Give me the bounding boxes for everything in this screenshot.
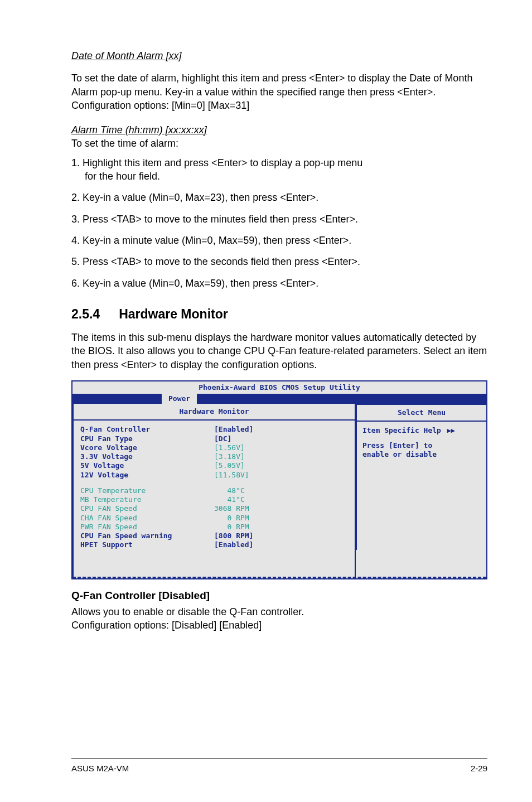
bios-setting-row[interactable]: HPET Support[Enabled] (80, 540, 348, 549)
bios-setting-label: MB Temperature (80, 495, 214, 504)
bios-menu-bar: Power (72, 394, 486, 404)
bios-setting-value: [1.56V] (214, 443, 348, 452)
alarm-time-heading: Alarm Time (hh:mm) [xx:xx:xx] (71, 124, 207, 136)
bios-setting-label: 3.3V Voltage (80, 452, 214, 461)
section-number: 2.5.4 (71, 306, 100, 323)
bios-setting-label: Vcore Voltage (80, 443, 214, 452)
bios-title: Phoenix-Award BIOS CMOS Setup Utility (72, 381, 486, 394)
bios-setting-value: [11.58V] (214, 471, 348, 480)
qfan-paragraph-1: Allows you to enable or disable the Q-Fa… (71, 605, 487, 619)
bios-setting-row[interactable]: Vcore Voltage[1.56V] (80, 443, 348, 452)
bios-setting-label: CPU Fan Speed warning (80, 532, 214, 540)
bios-setting-row[interactable]: PWR FAN Speed 0 RPM (80, 523, 348, 532)
bios-setting-value: [Enabled] (214, 425, 348, 434)
alarm-step-5: 5. Press <TAB> to move to the seconds fi… (71, 255, 487, 268)
bios-setting-label: CPU Temperature (80, 486, 214, 495)
bios-footer-divider (72, 577, 486, 578)
bios-help-line-3: enable or disable (362, 450, 481, 459)
alarm-step-1: 1. Highlight this item and press <Enter>… (71, 156, 487, 183)
bios-setting-value: 41°C (214, 495, 348, 504)
bios-setting-row[interactable]: CPU Fan Speed warning[800 RPM] (80, 532, 348, 540)
qfan-paragraph-2: Configuration options: [Disabled] [Enabl… (71, 619, 487, 632)
bios-setting-row[interactable]: CPU Temperature 48°C (80, 486, 348, 495)
alarm-step-3: 3. Press <TAB> to move to the minutes fi… (71, 212, 487, 226)
alarm-step-2: 2. Key-in a value (Min=0, Max=23), then … (71, 191, 487, 204)
bios-setting-label: HPET Support (80, 540, 214, 549)
bios-setting-value: [3.18V] (214, 452, 348, 461)
bios-setting-row[interactable]: CPU FAN Speed3068 RPM (80, 504, 348, 513)
bios-setting-row[interactable]: 12V Voltage[11.58V] (80, 471, 348, 480)
right-arrow-icon: ▸▸ (446, 426, 456, 434)
bios-setting-label: CHA FAN Speed (80, 514, 214, 523)
bios-setting-label: PWR FAN Speed (80, 523, 214, 532)
bios-setting-row[interactable]: 5V Voltage[5.05V] (80, 461, 348, 470)
alarm-time-intro: To set the time of alarm: (71, 137, 487, 150)
bios-setting-label: Q-Fan Controller (80, 425, 214, 434)
bios-setting-label: CPU FAN Speed (80, 504, 214, 513)
bios-setting-label: 12V Voltage (80, 471, 214, 480)
section-title: Hardware Monitor (119, 306, 228, 323)
bios-tab-power[interactable]: Power (162, 394, 197, 404)
bios-setting-value: 0 RPM (214, 514, 348, 523)
bios-help-heading: Item Specific Help (362, 426, 441, 434)
bios-setting-value: 3068 RPM (214, 504, 348, 513)
bios-window: Phoenix-Award BIOS CMOS Setup Utility Po… (71, 380, 487, 580)
bios-setting-row[interactable]: MB Temperature 41°C (80, 495, 348, 504)
bios-setting-value: 48°C (214, 486, 348, 495)
date-of-month-heading: Date of Month Alarm [xx] (71, 50, 181, 61)
bios-setting-value: [800 RPM] (214, 532, 348, 540)
bios-setting-row[interactable]: 3.3V Voltage[3.18V] (80, 452, 348, 461)
bios-setting-row[interactable]: CHA FAN Speed 0 RPM (80, 514, 348, 523)
bios-setting-value: 0 RPM (214, 523, 348, 532)
bios-setting-value: [DC] (214, 434, 348, 443)
bios-setting-value: [5.05V] (214, 461, 348, 470)
bios-help-line-2: Press [Enter] to (362, 441, 481, 450)
hardware-monitor-paragraph: The items in this sub-menu displays the … (71, 331, 487, 371)
bios-setting-label: CPU Fan Type (80, 434, 214, 443)
bios-setting-row[interactable]: CPU Fan Type[DC] (80, 434, 348, 443)
alarm-step-4: 4. Key-in a minute value (Min=0, Max=59)… (71, 234, 487, 247)
footer-right: 2-29 (471, 763, 487, 774)
qfan-heading: Q-Fan Controller [Disabled] (71, 588, 487, 603)
bios-setting-value: [Enabled] (214, 540, 348, 549)
date-of-month-paragraph: To set the date of alarm, highlight this… (71, 71, 487, 112)
bios-left-title: Hardware Monitor (74, 404, 355, 421)
alarm-step-6: 6. Key-in a value (Min=0, Max=59), then … (71, 277, 487, 290)
bios-setting-label: 5V Voltage (80, 461, 214, 470)
footer-left: ASUS M2A-VM (71, 763, 129, 774)
bios-right-title: Select Menu (356, 405, 486, 422)
bios-setting-row[interactable]: Q-Fan Controller[Enabled] (80, 425, 348, 434)
